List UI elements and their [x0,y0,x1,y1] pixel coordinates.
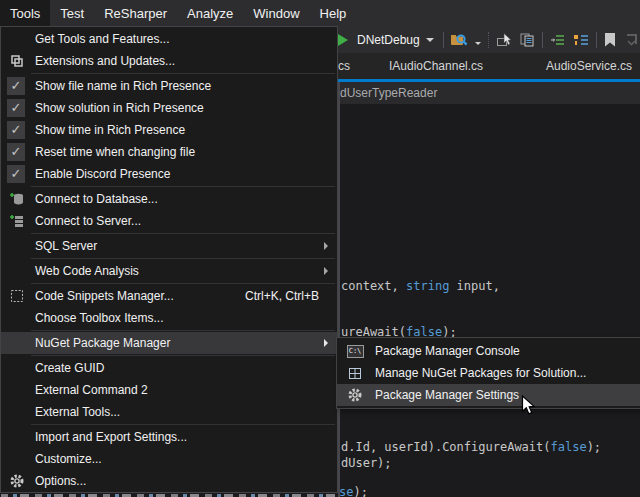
server-icon [7,213,27,229]
menu-item-show-solution[interactable]: ✓Show solution in Rich Presence [1,97,337,119]
find-in-files-icon[interactable] [450,32,468,48]
menu-item-customize[interactable]: Customize... [1,448,337,470]
menu-item-show-file-name[interactable]: ✓Show file name in Rich Presence [1,75,337,97]
check-icon: ✓ [7,77,25,95]
menu-item-web-code-analysis[interactable]: Web Code Analysis [1,260,337,282]
menu-item-connect-to-database[interactable]: Connect to Database... [1,188,337,210]
indent-lines-icon[interactable] [550,32,566,48]
submenu-item-manage-nuget-packages[interactable]: Manage NuGet Packages for Solution... [337,362,640,384]
tab-iaudiochannel[interactable]: IAudioChannel.cs [389,53,483,79]
menu-separator [31,283,335,284]
menu-item-import-export-settings[interactable]: Import and Export Settings... [1,426,337,448]
chevron-down-icon [426,38,434,42]
menu-item-code-snippets-manager[interactable]: Code Snippets Manager... Ctrl+K, Ctrl+B [1,285,337,307]
menu-item-external-tools[interactable]: External Tools... [1,401,337,423]
gear-icon [345,387,365,403]
check-icon: ✓ [7,99,25,117]
duplicate-lines-icon[interactable] [519,32,535,48]
check-icon: ✓ [7,165,25,183]
code-line: se); [339,485,368,497]
menubar-item-analyze[interactable]: Analyze [177,0,243,26]
breadcrumb: dUserTypeReader [340,86,437,100]
menu-item-enable-discord-presence[interactable]: ✓Enable Discord Presence [1,163,337,185]
nuget-submenu: C:\ Package Manager Console Manage NuGet… [336,337,640,409]
menu-separator [31,424,335,425]
find-dropdown-icon[interactable] [475,42,481,45]
database-icon [7,191,27,207]
menu-bar: Tools Test ReSharper Analyze Window Help [0,0,640,26]
menu-separator [31,258,335,259]
shortcut-label: Ctrl+K, Ctrl+B [245,289,327,303]
menu-separator [31,233,335,234]
menubar-item-tools[interactable]: Tools [0,0,50,26]
submenu-arrow-icon [324,267,328,275]
menu-separator [31,73,335,74]
menu-item-options[interactable]: Options... [1,470,337,492]
code-line: d.Id, userId).ConfigureAwait(false); [341,440,601,454]
menu-item-nuget-package-manager[interactable]: NuGet Package Manager [1,332,337,354]
check-icon: ✓ [7,121,25,139]
menu-item-reset-time[interactable]: ✓Reset time when changing file [1,141,337,163]
console-icon: C:\ [345,343,365,359]
comment-lines-icon[interactable] [573,32,589,48]
run-config-dropdown[interactable]: DNetDebug [355,33,436,47]
menu-item-extensions-and-updates[interactable]: Extensions and Updates... [1,50,337,72]
navigate-to-icon[interactable] [496,32,512,48]
toolbar-separator [488,32,489,48]
manage-packages-icon [345,365,365,381]
mouse-cursor [521,395,536,421]
menu-separator [31,186,335,187]
menu-item-create-guid[interactable]: Create GUID [1,357,337,379]
gear-icon [7,473,27,489]
submenu-item-package-manager-console[interactable]: C:\ Package Manager Console [337,340,640,362]
menu-item-show-time[interactable]: ✓Show time in Rich Presence [1,119,337,141]
tools-menu: Get Tools and Features... Extensions and… [0,26,338,493]
menubar-item-help[interactable]: Help [310,0,357,26]
menu-separator [31,355,335,356]
menubar-item-window[interactable]: Window [243,0,309,26]
code-line: context, string input, [341,279,500,293]
menubar-item-resharper[interactable]: ReSharper [94,0,177,26]
run-config-label: DNetDebug [357,33,420,47]
editor-left-border [338,82,340,497]
tab-audioservice[interactable]: AudioService.cs [546,53,632,79]
check-icon: ✓ [7,143,25,161]
menu-separator [31,330,335,331]
tab-clipped[interactable]: cs [338,53,350,79]
run-icon[interactable] [338,34,348,46]
code-snippets-icon [7,288,27,304]
menu-item-sql-server[interactable]: SQL Server [1,235,337,257]
extensions-icon [7,53,27,69]
submenu-arrow-icon [324,242,328,250]
submenu-arrow-icon [324,339,328,347]
submenu-item-package-manager-settings[interactable]: Package Manager Settings [337,384,640,406]
clipped-icon[interactable] [624,32,640,48]
menu-item-connect-to-server[interactable]: Connect to Server... [1,210,337,232]
bookmark-icon[interactable] [603,32,617,48]
menu-item-external-command-2[interactable]: External Command 2 [1,379,337,401]
menu-item-choose-toolbox-items[interactable]: Choose Toolbox Items... [1,307,337,329]
menu-item-get-tools-and-features[interactable]: Get Tools and Features... [1,28,337,50]
menubar-item-test[interactable]: Test [50,0,94,26]
code-line: dUser); [341,456,392,470]
vs-window: Tools Test ReSharper Analyze Window Help… [0,0,640,497]
